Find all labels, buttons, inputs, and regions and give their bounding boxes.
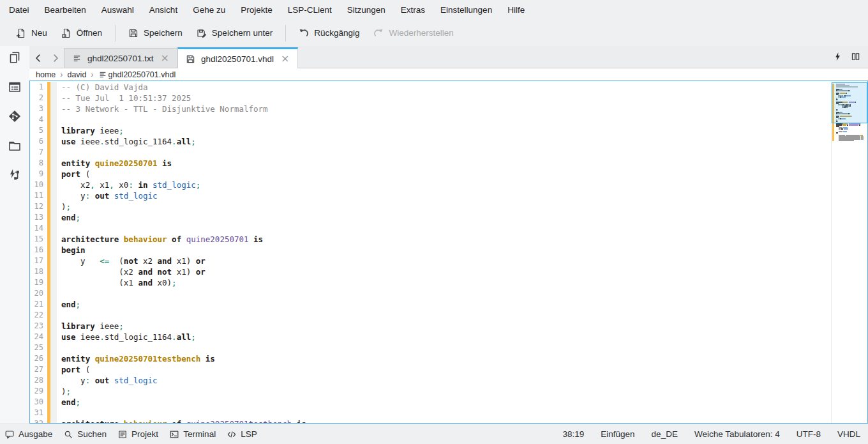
save-icon: [128, 28, 138, 38]
code-line[interactable]: 25: [30, 342, 831, 353]
menu-datei[interactable]: Datei: [1, 0, 37, 20]
breadcrumb-segment-home[interactable]: home: [36, 70, 56, 79]
line-number: 32: [30, 418, 47, 423]
code-line-text: -- (C) David Vajda: [57, 82, 147, 93]
menu-projekte[interactable]: Projekte: [233, 0, 280, 20]
menu-extras[interactable]: Extras: [393, 0, 433, 20]
menu-lsp-client[interactable]: LSP-CLient: [280, 0, 340, 20]
breadcrumb-file[interactable]: ghdl20250701.vhdl: [98, 70, 176, 79]
folding-column: [50, 93, 57, 103]
chevron-left-icon: [33, 53, 43, 63]
code-line[interactable]: 20: [30, 288, 831, 299]
sidebar-tool-symbol-outline[interactable]: [3, 79, 27, 95]
code-line[interactable]: 31: [30, 408, 831, 418]
outline-icon: [8, 80, 22, 94]
code-line[interactable]: 13end;: [30, 212, 831, 223]
statusbar-insert-mode[interactable]: Einfügen: [601, 429, 634, 439]
speichern-button[interactable]: Speichern: [121, 24, 190, 42]
line-number: 17: [30, 256, 47, 266]
code-line[interactable]: 22: [30, 310, 831, 321]
code-line[interactable]: 28 y: out std_logic: [30, 375, 831, 386]
menu-hilfe[interactable]: Hilfe: [500, 0, 532, 20]
tab-ghdl20250701-vhdl[interactable]: ghdl20250701.vhdl×: [177, 47, 298, 68]
code-line[interactable]: 7: [30, 147, 831, 158]
code-line-text: [57, 147, 61, 158]
rückgängig-button[interactable]: Rückgängig: [292, 24, 366, 42]
menu-ansicht[interactable]: Ansicht: [142, 0, 185, 20]
statusbar-terminal-toggle[interactable]: Terminal: [170, 429, 216, 439]
save-as-icon: [197, 28, 207, 38]
code-line[interactable]: 1-- (C) David Vajda: [30, 82, 831, 93]
code-line[interactable]: 19 (x1 and x0);: [30, 277, 831, 288]
breadcrumb-segment-david[interactable]: david: [67, 70, 86, 79]
statusbar-search-toggle[interactable]: Suchen: [64, 429, 107, 439]
code-line[interactable]: 15architecture behaviour of quine2025070…: [30, 234, 831, 245]
sidebar-tool-filesystem[interactable]: [3, 138, 27, 153]
code-line[interactable]: 6use ieee.std_logic_1164.all;: [30, 136, 831, 147]
code-line[interactable]: 21end;: [30, 299, 831, 310]
code-line[interactable]: 5library ieee;: [30, 125, 831, 136]
minimap-row: [836, 140, 866, 141]
folding-column: [50, 147, 57, 158]
statusbar-encoding[interactable]: UTF-8: [797, 429, 821, 439]
code-line[interactable]: 2-- Tue Jul 1 10:51:37 2025: [30, 93, 831, 103]
code-line[interactable]: 27port (: [30, 364, 831, 375]
code-line[interactable]: 30end;: [30, 397, 831, 408]
code-line[interactable]: 16begin: [30, 245, 831, 256]
sidebar-tool-documents[interactable]: [3, 50, 27, 65]
tab-label: ghdl20250701.vhdl: [201, 54, 274, 64]
code-line[interactable]: 24use ieee.std_logic_1164.all;: [30, 332, 831, 342]
editor-view[interactable]: 1-- (C) David Vajda2-- Tue Jul 1 10:51:3…: [29, 80, 868, 424]
history-forward-button[interactable]: [47, 48, 64, 68]
sidebar-tool-git[interactable]: [3, 109, 27, 124]
tab-ghdl20250701-txt[interactable]: ghdl20250701.txt×: [64, 48, 177, 68]
sidebar-tool-diagnostics[interactable]: [3, 167, 27, 183]
menu-sitzungen[interactable]: Sitzungen: [340, 0, 393, 20]
split-view-button[interactable]: [846, 47, 864, 66]
statusbar-syntax-mode[interactable]: VHDL: [837, 429, 860, 439]
code-line[interactable]: 4: [30, 114, 831, 125]
code-line[interactable]: 11 y: out std_logic: [30, 190, 831, 201]
code-line-text: use ieee.std_logic_1164.all;: [57, 136, 196, 147]
menu-bearbeiten[interactable]: Bearbeiten: [37, 0, 94, 20]
statusbar-cursor-position[interactable]: 38:19: [563, 429, 585, 439]
code-line[interactable]: 23library ieee;: [30, 321, 831, 332]
statusbar-lsp-toggle[interactable]: LSP: [227, 429, 257, 439]
menu-einstellungen[interactable]: Einstellungen: [433, 0, 500, 20]
minimap-viewport-handle[interactable]: [832, 82, 867, 123]
folding-column: [50, 223, 57, 234]
code-line[interactable]: 29);: [30, 386, 831, 397]
code-line[interactable]: 9port (: [30, 169, 831, 180]
code-line[interactable]: 17 y <= (not x2 and x1) or: [30, 256, 831, 266]
statusbar-output-toggle[interactable]: Ausgabe: [5, 429, 52, 439]
history-back-button[interactable]: [29, 48, 47, 68]
line-number: 21: [30, 299, 47, 310]
menu-gehe-zu[interactable]: Gehe zu: [185, 0, 233, 20]
neu-button[interactable]: Neu: [9, 24, 54, 42]
folding-column: [50, 299, 57, 310]
code-line[interactable]: 32architecture behaviour of quine2025070…: [30, 418, 831, 423]
menu-auswahl[interactable]: Auswahl: [94, 0, 142, 20]
tab-bar-actions: [828, 45, 868, 68]
code-line[interactable]: 3-- 3 Network - TTL - Disjunktive Normal…: [30, 103, 831, 114]
statusbar-dictionary[interactable]: de_DE: [652, 429, 678, 439]
folding-column: [50, 256, 57, 266]
line-number: 23: [30, 321, 47, 332]
code-line[interactable]: 12);: [30, 201, 831, 212]
code-line[interactable]: 26entity quine20250701testbench is: [30, 353, 831, 364]
code-line[interactable]: 18 (x2 and not x1) or: [30, 266, 831, 277]
code-line[interactable]: 8entity quine20250701 is: [30, 158, 831, 169]
close-tab-icon[interactable]: ×: [281, 54, 289, 64]
quick-open-button[interactable]: [828, 47, 846, 66]
statusbar-project-toggle[interactable]: Projekt: [118, 429, 158, 439]
events-icon: [8, 168, 22, 182]
öffnen-button[interactable]: Öffnen: [54, 24, 109, 42]
code-line[interactable]: 14: [30, 223, 831, 234]
speichern-unter-button[interactable]: Speichern unter: [190, 24, 280, 42]
minimap-scrollbar[interactable]: [831, 81, 867, 423]
output-icon: [5, 430, 14, 439]
code-line[interactable]: 10 x2, x1, x0: in std_logic;: [30, 180, 831, 190]
statusbar-tab-settings[interactable]: Weiche Tabulatoren: 4: [694, 429, 780, 439]
close-tab-icon[interactable]: ×: [161, 53, 169, 63]
code-area[interactable]: 1-- (C) David Vajda2-- Tue Jul 1 10:51:3…: [30, 81, 831, 423]
